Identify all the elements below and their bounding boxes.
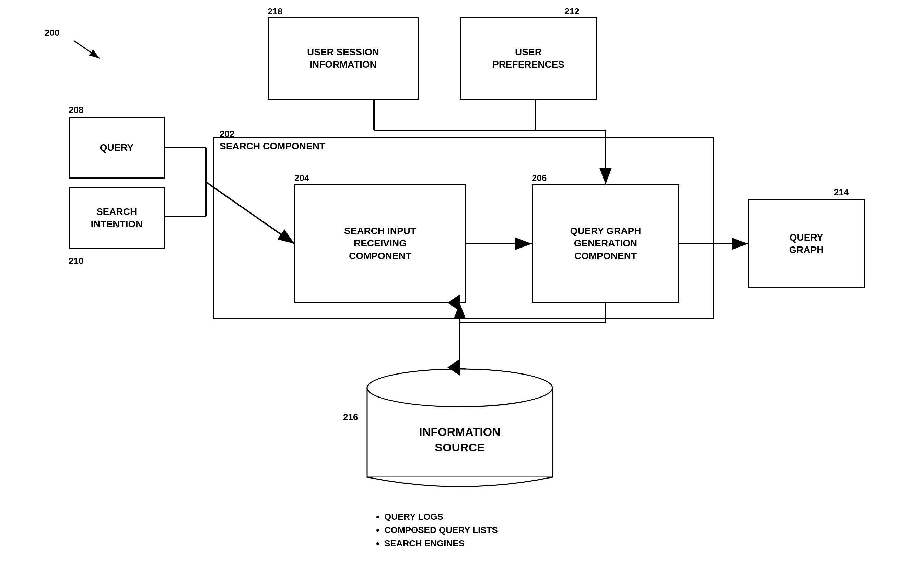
information-source-db: INFORMATION SOURCE [357, 367, 563, 498]
diagram-container: 200 QUERY 208 SEARCHINTENTION 210 SEARCH… [0, 0, 924, 587]
bullet-list: QUERY LOGS COMPOSED QUERY LISTS SEARCH E… [374, 511, 498, 552]
user-preferences-box: USERPREFERENCES [460, 17, 597, 99]
search-input-receiving-box: SEARCH INPUTRECEIVINGCOMPONENT [294, 184, 466, 303]
search-component-label: SEARCH COMPONENT [219, 141, 325, 152]
ref-200: 200 [45, 28, 59, 38]
ref-202: 202 [219, 129, 234, 139]
ref-214: 214 [834, 187, 848, 198]
user-session-box: USER SESSIONINFORMATION [267, 17, 419, 99]
svg-text:SOURCE: SOURCE [435, 441, 485, 454]
search-intention-box: SEARCHINTENTION [69, 187, 165, 249]
svg-text:INFORMATION: INFORMATION [419, 425, 500, 438]
svg-line-4 [74, 41, 99, 58]
query-graph-gen-box: QUERY GRAPHGENERATIONCOMPONENT [532, 184, 679, 303]
ref-218: 218 [267, 6, 282, 17]
ref-212: 212 [564, 6, 579, 17]
ref-206: 206 [532, 173, 546, 183]
bullet-item-1: QUERY LOGS [384, 511, 498, 522]
ref-204: 204 [294, 173, 309, 183]
bullet-item-3: SEARCH ENGINES [384, 538, 498, 549]
bullet-item-2: COMPOSED QUERY LISTS [384, 525, 498, 536]
ref-208: 208 [69, 105, 83, 115]
query-box: QUERY [69, 117, 165, 179]
query-graph-box: QUERYGRAPH [748, 199, 865, 288]
ref-210: 210 [69, 256, 83, 266]
ref-216: 216 [343, 412, 358, 423]
svg-point-18 [367, 369, 553, 407]
